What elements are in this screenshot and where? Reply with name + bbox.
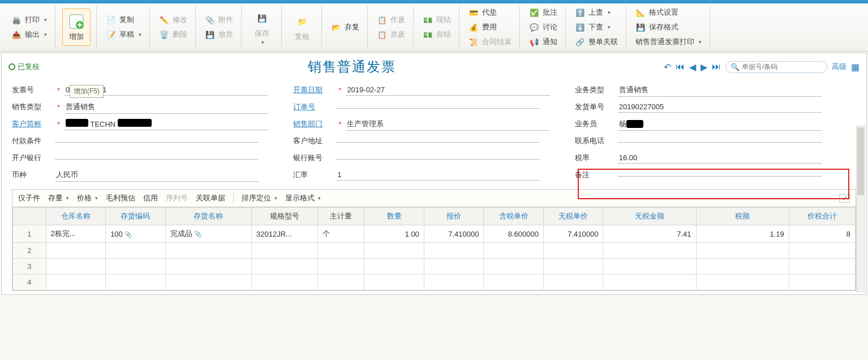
table-row[interactable]: 4: [13, 275, 856, 290]
delivery-no-value[interactable]: 20190227005: [618, 101, 822, 113]
panel-icon[interactable]: ▦: [851, 62, 860, 72]
related-button[interactable]: 关联单据: [196, 193, 225, 203]
void-button: 📋作废: [375, 14, 407, 26]
printer-icon: 🖨️: [11, 15, 22, 25]
review-icon: 📁: [293, 12, 311, 31]
biz-type-value[interactable]: 普通销售: [618, 84, 822, 97]
order-no-label[interactable]: 订单号: [293, 102, 334, 112]
save-format-icon: 💾: [635, 22, 646, 32]
prev-button[interactable]: ◀: [689, 62, 696, 72]
col-total[interactable]: 价税合计: [789, 208, 855, 225]
draft-icon: 📝: [106, 29, 116, 40]
next-button[interactable]: ▶: [701, 62, 707, 72]
abandon-save-button: 💾放弃: [203, 28, 235, 41]
grid-toolbar: 仅子件 存量▾ 价格▾ 毛利预估 信用 序列号 关联单据 排序定位▾ 显示格式▾…: [12, 189, 856, 207]
link-icon: 🔗: [575, 37, 585, 47]
copy-button[interactable]: 📄复制: [104, 14, 144, 26]
customer-label[interactable]: 客户简称: [12, 119, 53, 129]
search-box[interactable]: 🔍: [725, 61, 827, 73]
tax-rate-value[interactable]: 16.00: [618, 152, 822, 164]
col-qty[interactable]: 数量: [364, 208, 424, 225]
last-button[interactable]: ⏭: [712, 62, 721, 72]
bank-value[interactable]: [55, 157, 259, 160]
expense-button[interactable]: 💰费用: [466, 21, 514, 33]
sales-dept-value[interactable]: 生产管理系: [346, 118, 549, 131]
customer-value[interactable]: TECHN: [65, 118, 268, 130]
sale-type-value[interactable]: 普通销售: [65, 101, 268, 114]
exchange-value[interactable]: 1: [336, 169, 540, 181]
col-notaxamt[interactable]: 无税金额: [603, 208, 696, 225]
remark-value[interactable]: [618, 174, 822, 177]
main-toolbar: 🖨️打印▾ 📤输出▾ 增加 📄复制 📝草稿▾ ✏️修改 🗑️删除 📎附件 💾放弃…: [0, 3, 868, 52]
copy-icon: 📄: [106, 15, 116, 25]
save-format-button[interactable]: 💾保存格式: [633, 21, 704, 33]
col-warehouse[interactable]: 仓库名称: [46, 208, 106, 225]
add-tooltip: 增加(F5): [70, 85, 104, 98]
modify-button: ✏️修改: [157, 14, 190, 26]
recover-button[interactable]: 📂弃复: [329, 21, 362, 33]
col-unit[interactable]: 主计量: [318, 208, 364, 225]
discard-icon: 📋: [377, 29, 387, 40]
stock-button[interactable]: 存量▾: [48, 193, 69, 203]
add-button[interactable]: 增加: [62, 8, 91, 46]
vertical-scrollbar[interactable]: [856, 126, 865, 292]
notify-button[interactable]: 📢通知: [527, 36, 560, 48]
col-taxprice[interactable]: 含税单价: [484, 208, 544, 225]
first-button[interactable]: ⏮: [676, 62, 685, 72]
approve-button[interactable]: ✅批注: [527, 6, 560, 19]
col-spec[interactable]: 规格型号: [252, 208, 318, 225]
invoice-print-button[interactable]: 销售普通发票打印▾: [633, 36, 704, 48]
expense-icon: 💰: [469, 22, 479, 32]
abandon2-icon: 💵: [423, 29, 433, 40]
recover-icon: 📂: [331, 22, 341, 32]
advanced-link[interactable]: 高级: [832, 62, 846, 72]
sort-button[interactable]: 排序定位▾: [242, 193, 277, 203]
display-button[interactable]: 显示格式▾: [285, 193, 321, 203]
salesman-value[interactable]: 杨: [618, 118, 822, 131]
format-icon: 📐: [635, 7, 646, 18]
table-row[interactable]: 2: [13, 243, 856, 259]
delete-icon: 🗑️: [159, 29, 169, 40]
profit-button[interactable]: 毛利预估: [106, 193, 135, 203]
search-input[interactable]: [742, 63, 815, 71]
order-no-value[interactable]: [336, 106, 540, 109]
remark-label: 备注: [575, 170, 616, 180]
pay-terms-value[interactable]: [55, 140, 259, 143]
advance-button[interactable]: 💳代垫: [466, 6, 514, 19]
currency-value[interactable]: 人民币: [55, 169, 259, 182]
undo-button[interactable]: ↶: [664, 62, 671, 72]
draft-button[interactable]: 📝草稿▾: [104, 28, 144, 41]
advance-icon: 💳: [469, 7, 479, 18]
invoice-date-value[interactable]: 2019-02-27: [346, 84, 549, 96]
col-invname[interactable]: 存货名称: [165, 208, 251, 225]
export-icon: 📤: [11, 29, 22, 40]
price-button[interactable]: 价格▾: [77, 193, 98, 203]
cash-icon: 💵: [423, 15, 433, 25]
pay-terms-label: 付款条件: [12, 136, 53, 146]
whole-link-button[interactable]: 🔗整单关联: [573, 36, 620, 48]
credit-button[interactable]: 信用: [143, 193, 158, 203]
save-button: 💾保存▾: [248, 6, 276, 49]
expand-grid-button[interactable]: ⤢: [839, 194, 850, 203]
col-invcode[interactable]: 存货编码: [106, 208, 166, 225]
account-no-value[interactable]: [336, 157, 540, 160]
col-quote[interactable]: 报价: [424, 208, 484, 225]
table-row[interactable]: 12栋完...100 📎完成品 📎32012JR...个1.007.410000…: [13, 225, 856, 243]
export-button[interactable]: 📤输出▾: [9, 28, 49, 41]
sales-dept-label[interactable]: 销售部门: [293, 119, 334, 129]
invoice-date-label[interactable]: 开票日期: [293, 85, 334, 95]
only-sub-button[interactable]: 仅子件: [18, 193, 40, 203]
down-search-button[interactable]: ⬇️下查▾: [573, 21, 620, 33]
contact-value[interactable]: [618, 140, 822, 143]
cust-addr-value[interactable]: [336, 140, 540, 143]
discuss-icon: 💬: [529, 22, 539, 32]
document-area: 已复核 销售普通发票 ↶ ⏮ ◀ ▶ ⏭ 🔍 高级 ▦ 增加(F5) 发票号*0…: [1, 53, 867, 295]
format-set-button[interactable]: 📐格式设置: [633, 6, 704, 19]
print-button[interactable]: 🖨️打印▾: [9, 14, 49, 26]
col-notaxprice[interactable]: 无税单价: [543, 208, 603, 225]
up-search-button[interactable]: ⬆️上查▾: [573, 6, 620, 19]
review-button: 📁复核: [289, 9, 316, 45]
col-taxamt[interactable]: 税额: [696, 208, 789, 225]
table-row[interactable]: 3: [13, 259, 856, 275]
discuss-button[interactable]: 💬讨论: [527, 21, 560, 33]
